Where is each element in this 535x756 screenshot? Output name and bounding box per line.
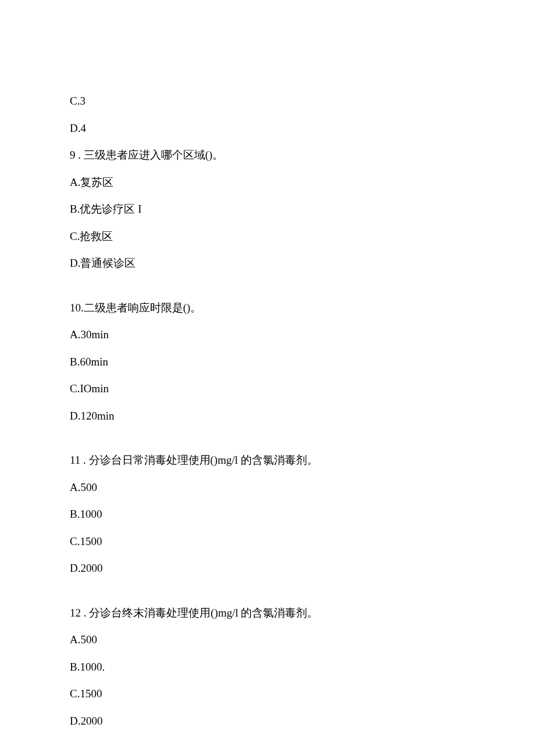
q9-option-c: C.抢救区 xyxy=(70,228,465,245)
option-d: D.4 xyxy=(70,120,465,137)
spacer xyxy=(70,587,465,605)
q12-option-a: A.500 xyxy=(70,632,465,648)
q12-option-d: D.2000 xyxy=(70,713,465,730)
q10-option-c: C.IOmin xyxy=(70,381,465,397)
q10-option-a: A.30min xyxy=(70,327,465,343)
q11-option-b: B.1000 xyxy=(70,506,465,523)
q9-option-b: B.优先诊疗区 I xyxy=(70,201,465,218)
q11-option-c: C.1500 xyxy=(70,533,465,550)
q9-option-d: D.普通候诊区 xyxy=(70,255,465,272)
document-page: C.3 D.4 9 . 三级患者应进入哪个区域()。 A.复苏区 B.优先诊疗区… xyxy=(0,0,535,756)
q10-option-b: B.60min xyxy=(70,354,465,371)
q9-option-a: A.复苏区 xyxy=(70,174,465,191)
q12-option-c: C.1500 xyxy=(70,686,465,703)
question-9: 9 . 三级患者应进入哪个区域()。 xyxy=(70,147,465,164)
q12-option-b: B.1000. xyxy=(70,659,465,676)
q11-option-a: A.500 xyxy=(70,479,465,496)
question-11: 11 . 分诊台日常消毒处理使用()mg/l 的含氯消毒剂。 xyxy=(70,452,465,469)
question-12: 12 . 分诊台终末消毒处理使用()mg/l 的含氯消毒剂。 xyxy=(70,605,465,622)
spacer xyxy=(70,435,465,452)
spacer xyxy=(70,282,465,300)
question-10: 10.二级患者响应时限是()。 xyxy=(70,300,465,317)
option-c: C.3 xyxy=(70,93,465,110)
q10-option-d: D.120min xyxy=(70,408,465,425)
q11-option-d: D.2000 xyxy=(70,560,465,577)
